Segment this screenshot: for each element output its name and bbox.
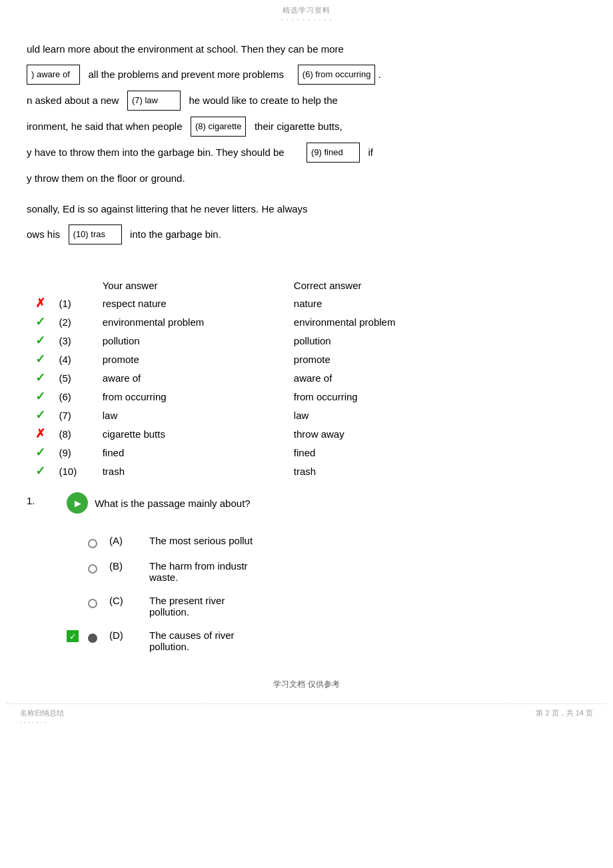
- answer-mark: ✓: [27, 350, 53, 368]
- correct-answer-cell: from occurring: [289, 387, 480, 406]
- blank6-box: (6) from occurring: [298, 65, 376, 85]
- table-row: ✓(10)trashtrash: [27, 462, 480, 480]
- your-answer-cell: respect nature: [97, 294, 289, 312]
- passage-line-1: uld learn more about the environment at …: [27, 39, 586, 59]
- answer-mark: ✓: [27, 387, 53, 406]
- x-mark-icon: ✗: [35, 427, 45, 440]
- radio-empty-icon[interactable]: [88, 539, 97, 548]
- answer-number: (2): [53, 312, 97, 331]
- option-radio-col[interactable]: [88, 535, 109, 548]
- passage-line-5: y have to throw them into the garbage bi…: [27, 143, 586, 163]
- your-answer-cell: from occurring: [97, 387, 289, 406]
- option-check-col: ✓: [67, 630, 88, 642]
- your-answer-cell: environmental problem: [97, 312, 289, 331]
- passage-line-6: y throw them on the floor or ground.: [27, 169, 586, 189]
- table-row: ✓(9)finedfined: [27, 443, 480, 462]
- blank10-box: (10) tras: [69, 224, 122, 244]
- correct-answer-cell: environmental problem: [289, 312, 480, 331]
- radio-empty-icon[interactable]: [88, 564, 97, 574]
- check-mark-icon: ✓: [35, 352, 45, 366]
- correct-answer-cell: pollution: [289, 331, 480, 350]
- answer-number: (7): [53, 406, 97, 424]
- answer-mark: ✓: [27, 368, 53, 387]
- answer-number: (4): [53, 350, 97, 368]
- answer-mark: ✓: [27, 331, 53, 350]
- check-mark-icon: ✓: [35, 371, 45, 384]
- option-letter: (A): [109, 535, 149, 546]
- passage-line-8: ows his (10) tras into the garbage bin.: [27, 224, 586, 245]
- table-row: ✓(2)environmental problemenvironmental p…: [27, 312, 480, 331]
- option-text: The most serious pollut: [149, 535, 586, 546]
- answers-table: Your answer Correct answer ✗(1)respect n…: [27, 277, 480, 480]
- watermark-dots: · · · · · · · · · ·: [281, 15, 332, 23]
- check-mark-icon: ✓: [35, 334, 45, 347]
- passage-line-4: ironment, he said that when people (8) c…: [27, 117, 586, 137]
- correct-answer-cell: trash: [289, 462, 480, 480]
- option-row: (B)The harm from industr waste.: [67, 560, 586, 583]
- check-mark-icon: ✓: [35, 390, 45, 403]
- table-row: ✓(4)promotepromote: [27, 350, 480, 368]
- option-letter: (C): [109, 595, 149, 606]
- question-1-row: 1. What is the passage mainly about?: [27, 494, 586, 515]
- option-radio-col[interactable]: [88, 630, 109, 643]
- mark-col-header: [27, 277, 53, 294]
- blank5-box: ) aware of: [27, 65, 80, 85]
- passage-block: uld learn more about the environment at …: [27, 39, 586, 245]
- check-mark-icon: ✓: [35, 464, 45, 478]
- check-mark-icon: ✓: [35, 408, 45, 422]
- option-text: The causes of river pollution.: [149, 630, 586, 652]
- option-row: (C)The present river pollution.: [67, 595, 586, 618]
- blank9-box: (9) fined: [306, 143, 360, 163]
- footer-left-text: 名称归纳总结 · · · · · · ·: [20, 708, 64, 726]
- your-answer-header: Your answer: [97, 277, 289, 294]
- question-section: 1. What is the passage mainly about? (A)…: [27, 494, 586, 652]
- table-row: ✓(3)pollutionpollution: [27, 331, 480, 350]
- table-row: ✗(8)cigarette buttsthrow away: [27, 424, 480, 443]
- option-text: The harm from industr waste.: [149, 560, 586, 583]
- answer-number: (3): [53, 331, 97, 350]
- your-answer-cell: fined: [97, 443, 289, 462]
- check-mark-icon: ✓: [35, 446, 45, 459]
- passage-line-7: sonally, Ed is so against littering that…: [27, 199, 586, 219]
- question-1-number: 1.: [27, 494, 67, 506]
- correct-answer-cell: fined: [289, 443, 480, 462]
- option-radio-col[interactable]: [88, 595, 109, 608]
- option-letter: (B): [109, 560, 149, 572]
- answer-mark: ✓: [27, 312, 53, 331]
- blank9-label: (9) fined: [311, 147, 343, 157]
- your-answer-cell: promote: [97, 350, 289, 368]
- x-mark-icon: ✗: [35, 296, 45, 310]
- correct-answer-cell: aware of: [289, 368, 480, 387]
- footer-right-text: 第 2 页，共 14 页: [536, 708, 593, 726]
- your-answer-cell: law: [97, 406, 289, 424]
- your-answer-cell: aware of: [97, 368, 289, 387]
- passage-line-3: n asked about a new (7) law he would lik…: [27, 91, 586, 111]
- blank6-label: (6) from occurring: [303, 69, 371, 79]
- blank7-box: (7) law: [127, 91, 181, 111]
- answer-mark: ✓: [27, 462, 53, 480]
- answer-number: (6): [53, 387, 97, 406]
- correct-answer-cell: throw away: [289, 424, 480, 443]
- answer-mark: ✓: [27, 406, 53, 424]
- answer-number: (1): [53, 294, 97, 312]
- table-row: ✓(7)lawlaw: [27, 406, 480, 424]
- option-radio-col[interactable]: [88, 560, 109, 574]
- passage-line-2: ) aware of all the problems and prevent …: [27, 65, 586, 85]
- option-row: (A)The most serious pollut: [67, 535, 586, 548]
- num-col-header: [53, 277, 97, 294]
- watermark-bottom-text: 学习文档 仅供参考: [273, 679, 339, 689]
- answer-mark: ✓: [27, 443, 53, 462]
- answer-number: (9): [53, 443, 97, 462]
- watermark-title: 精选学习资料: [283, 6, 330, 14]
- blank8-label: (8) cigarette: [195, 121, 241, 131]
- answer-mark: ✗: [27, 294, 53, 312]
- audio-icon[interactable]: [67, 492, 88, 514]
- radio-empty-icon[interactable]: [88, 599, 97, 608]
- footer-bar: 名称归纳总结 · · · · · · · 第 2 页，共 14 页: [7, 703, 606, 730]
- correct-answer-header: Correct answer: [289, 277, 480, 294]
- top-watermark: 精选学习资料 · · · · · · · · · ·: [7, 0, 606, 26]
- option-checked-icon: ✓: [67, 630, 79, 642]
- question-1-label: What is the passage mainly about?: [95, 498, 250, 509]
- correct-answer-cell: nature: [289, 294, 480, 312]
- radio-filled-icon[interactable]: [88, 634, 97, 643]
